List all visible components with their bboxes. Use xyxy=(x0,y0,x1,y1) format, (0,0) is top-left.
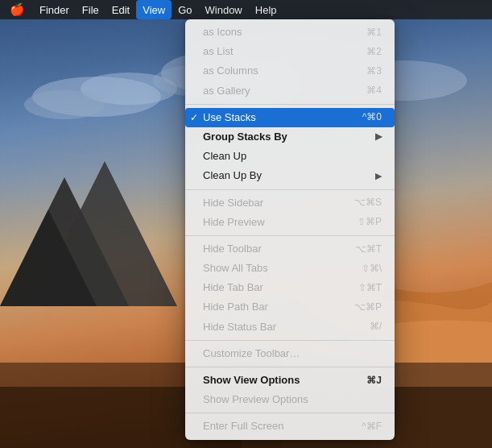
view-dropdown-menu: as Icons ⌘1 as List ⌘2 as Columns ⌘3 as … xyxy=(185,19,395,440)
submenu-arrow-group: ▶ xyxy=(375,131,382,143)
hide-sidebar-item[interactable]: Hide Sidebar ⌥⌘S xyxy=(185,193,395,213)
hide-tab-bar-wrapper: Hide Tab Bar ⇧⌘T xyxy=(185,278,395,297)
hide-status-bar-wrapper: Hide Status Bar ⌘/ xyxy=(185,317,395,337)
file-menu-item[interactable]: File xyxy=(76,0,105,19)
hide-path-bar-wrapper: Hide Path Bar ⌥⌘P xyxy=(185,297,395,317)
edit-menu-item[interactable]: Edit xyxy=(105,0,136,19)
submenu-arrow-cleanup: ▶ xyxy=(375,170,382,182)
clean-up-by-item[interactable]: Clean Up By ▶ xyxy=(185,166,395,185)
as-list-item[interactable]: as List ⌘2 xyxy=(185,42,395,61)
finder-menu-item[interactable]: Finder xyxy=(33,0,76,19)
window-menu-item[interactable]: Window xyxy=(199,0,249,19)
as-gallery-wrapper: as Gallery ⌘4 xyxy=(185,81,395,101)
hide-tab-bar-item[interactable]: Hide Tab Bar ⇧⌘T xyxy=(185,278,395,297)
svg-point-3 xyxy=(24,90,105,119)
separator-1 xyxy=(185,104,395,105)
show-preview-options-item[interactable]: Show Preview Options xyxy=(185,390,395,409)
as-list-wrapper: as List ⌘2 xyxy=(185,42,395,61)
as-icons-item[interactable]: as Icons ⌘1 xyxy=(185,23,395,42)
hide-preview-item[interactable]: Hide Preview ⇧⌘P xyxy=(185,213,395,232)
separator-4 xyxy=(185,340,395,341)
hide-toolbar-item[interactable]: Hide Toolbar ⌥⌘T xyxy=(185,239,395,259)
as-columns-item[interactable]: as Columns ⌘3 xyxy=(185,61,395,81)
apple-menu-item[interactable]: 🍎 xyxy=(6,0,33,19)
clean-up-item[interactable]: Clean Up xyxy=(185,147,395,166)
hide-path-bar-item[interactable]: Hide Path Bar ⌥⌘P xyxy=(185,297,395,317)
view-menu-item[interactable]: View xyxy=(136,0,172,19)
enter-full-screen-wrapper: Enter Full Screen ^⌘F xyxy=(185,417,395,436)
hide-status-bar-item[interactable]: Hide Status Bar ⌘/ xyxy=(185,317,395,337)
as-columns-wrapper: as Columns ⌘3 xyxy=(185,61,395,81)
group-stacks-item[interactable]: Group Stacks By ▶ xyxy=(185,127,395,147)
use-stacks-wrapper: ✓ Use Stacks ^⌘0 xyxy=(185,108,395,127)
enter-full-screen-item[interactable]: Enter Full Screen ^⌘F xyxy=(185,417,395,436)
show-all-tabs-wrapper: Show All Tabs ⇧⌘\ xyxy=(185,259,395,278)
customize-toolbar-item[interactable]: Customize Toolbar… xyxy=(185,344,395,363)
separator-2 xyxy=(185,189,395,190)
go-menu-item[interactable]: Go xyxy=(172,0,198,19)
checkmark-icon: ✓ xyxy=(190,112,198,123)
clean-up-wrapper: Clean Up xyxy=(185,147,395,166)
group-stacks-wrapper: Group Stacks By ▶ xyxy=(185,127,395,147)
show-all-tabs-item[interactable]: Show All Tabs ⇧⌘\ xyxy=(185,259,395,278)
hide-preview-wrapper: Hide Preview ⇧⌘P xyxy=(185,213,395,232)
hide-sidebar-wrapper: Hide Sidebar ⌥⌘S xyxy=(185,193,395,213)
separator-3 xyxy=(185,235,395,236)
menubar: 🍎 Finder File Edit View Go Window Help xyxy=(0,0,492,19)
use-stacks-item[interactable]: Use Stacks ^⌘0 xyxy=(185,108,395,127)
help-menu-item[interactable]: Help xyxy=(249,0,283,19)
as-gallery-item[interactable]: as Gallery ⌘4 xyxy=(185,81,395,101)
show-preview-options-wrapper: Show Preview Options xyxy=(185,390,395,409)
clean-up-by-wrapper: Clean Up By ▶ xyxy=(185,166,395,185)
as-icons-wrapper: as Icons ⌘1 xyxy=(185,23,395,42)
show-view-options-item[interactable]: Show View Options ⌘J xyxy=(185,371,395,390)
separator-6 xyxy=(185,413,395,413)
hide-toolbar-wrapper: Hide Toolbar ⌥⌘T xyxy=(185,239,395,259)
show-view-options-wrapper: Show View Options ⌘J xyxy=(185,371,395,390)
separator-5 xyxy=(185,367,395,367)
customize-toolbar-wrapper: Customize Toolbar… xyxy=(185,344,395,363)
